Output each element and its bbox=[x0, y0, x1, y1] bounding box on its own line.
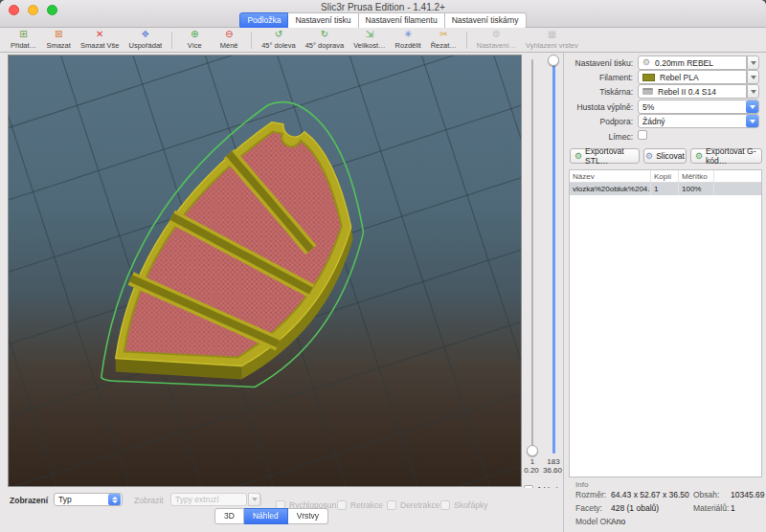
object-name-cell: vlozka%20obluk%204.stl bbox=[570, 183, 651, 195]
toolbar-separator bbox=[171, 32, 172, 49]
volume-value: 10345.69 bbox=[731, 490, 764, 499]
table-row[interactable]: vlozka%20obluk%204.stl 1 100% bbox=[570, 183, 761, 195]
gear-icon: ⚙ bbox=[492, 30, 501, 39]
toolbar-separator bbox=[466, 32, 467, 49]
window-title: Slic3r Prusa Edition - 1.41.2+ bbox=[0, 2, 766, 12]
add-copy-icon: ⊕ bbox=[191, 30, 198, 39]
toolbar-settings-button[interactable]: ⚙ Nastavení… bbox=[477, 30, 516, 50]
printer-select[interactable]: Rebel II 0.4 S14 bbox=[638, 84, 747, 99]
toolbar-delete-all-button[interactable]: ✕ Smazat Vše bbox=[80, 30, 119, 50]
viewport-3d[interactable] bbox=[8, 55, 522, 487]
mode-tab-3d[interactable]: 3D bbox=[214, 508, 244, 524]
tab-filament-settings[interactable]: Nastavení filamentu bbox=[359, 12, 445, 29]
infill-density-label: Hustota výplně: bbox=[564, 102, 633, 112]
extrusion-types-dropdown-button[interactable] bbox=[248, 493, 260, 506]
info-title: Info bbox=[575, 480, 766, 489]
support-select[interactable]: Žádný bbox=[638, 114, 759, 128]
printer-label: Tiskárna: bbox=[564, 87, 633, 97]
export-stl-icon: ⚙ bbox=[574, 152, 582, 161]
remove-copy-icon: ⊖ bbox=[225, 30, 233, 39]
brim-checkbox[interactable] bbox=[638, 130, 647, 140]
tab-printer-settings[interactable]: Nastavení tiskárny bbox=[445, 12, 527, 29]
chevron-down-icon bbox=[750, 105, 755, 109]
objects-table[interactable]: Název Kopií Měřítko vlozka%20obluk%204.s… bbox=[569, 169, 762, 477]
model-ok-value: Ano bbox=[611, 517, 625, 526]
materials-label: Materiálů: bbox=[693, 503, 729, 513]
arrange-icon: ❖ bbox=[141, 30, 149, 39]
printer-icon bbox=[642, 88, 653, 95]
view-type-select[interactable]: Typ bbox=[54, 493, 123, 506]
gear-icon: ⚙ bbox=[642, 58, 650, 67]
chevron-down-icon bbox=[751, 90, 756, 94]
mode-tab-layers[interactable]: Vrstvy bbox=[288, 508, 328, 524]
toolbar-fewer-copies-button[interactable]: ⊖ Méně bbox=[216, 30, 241, 50]
infill-density-select[interactable]: 5% bbox=[638, 100, 759, 114]
export-stl-button[interactable]: ⚙ Exportovat STL… bbox=[570, 148, 640, 164]
view-mode-tabs: 3D Náhled Vrstvy bbox=[214, 508, 328, 524]
slider-high-layer-value: 183 bbox=[542, 457, 565, 466]
facets-label: Facety: bbox=[575, 503, 602, 513]
stepper-icon[interactable] bbox=[108, 494, 121, 505]
tab-print-settings[interactable]: Nastavení tisku bbox=[288, 12, 358, 29]
brim-label: Límec: bbox=[564, 132, 633, 142]
slider-high-height-value: 36.60 bbox=[539, 466, 566, 475]
chevron-down-icon bbox=[252, 498, 258, 501]
cut-icon: ✂ bbox=[439, 30, 447, 39]
print-settings-label: Nastavení tisku: bbox=[564, 58, 633, 68]
infill-dropdown-button[interactable] bbox=[746, 100, 758, 113]
facets-value: 428 (1 obalů) bbox=[611, 503, 659, 513]
filament-dropdown-button[interactable] bbox=[747, 70, 759, 84]
retractions-checkbox[interactable]: Retrakce bbox=[337, 495, 383, 512]
layer-slider-low-thumb[interactable] bbox=[527, 445, 538, 456]
slice-button[interactable]: ⚙ Slicovat bbox=[643, 148, 687, 164]
toolbar-arrange-button[interactable]: ❖ Uspořádat bbox=[129, 30, 163, 50]
support-dropdown-button[interactable] bbox=[746, 115, 758, 127]
filament-label: Filament: bbox=[564, 73, 633, 82]
size-label: Rozměr: bbox=[575, 490, 606, 499]
toolbar-rotate-left-button[interactable]: ↺ 45° doleva bbox=[261, 30, 296, 50]
show-label: Zobrazit bbox=[134, 496, 164, 505]
toolbar-add-button[interactable]: ⊞ Přidat… bbox=[11, 30, 36, 50]
split-icon: ✳ bbox=[404, 30, 412, 39]
materials-value: 1 bbox=[731, 503, 735, 513]
mode-tab-preview[interactable]: Náhled bbox=[244, 508, 288, 524]
add-object-icon: ⊞ bbox=[19, 30, 27, 39]
filament-select[interactable]: Rebel PLA bbox=[638, 70, 747, 84]
slider-low-layer-value: 1 bbox=[523, 457, 542, 466]
column-scale: Měřítko bbox=[679, 170, 714, 182]
toolbar-layer-smoothing-button[interactable]: ▦ Vyhlazení vrstev bbox=[526, 30, 578, 50]
objects-table-header: Název Kopií Měřítko bbox=[570, 170, 761, 183]
rotate-left-icon: ↺ bbox=[275, 30, 282, 39]
layer-slider-high-track[interactable] bbox=[552, 59, 555, 454]
extrusion-types-combo[interactable]: Typy extruzí bbox=[170, 493, 247, 506]
toolbar-split-button[interactable]: ✳ Rozdělit bbox=[395, 30, 421, 50]
toolbar-scale-button[interactable]: ⇲ Velikost… bbox=[353, 30, 385, 50]
slic3r-window: Slic3r Prusa Edition - 1.41.2+ Podložka … bbox=[0, 0, 766, 532]
toolbar-more-copies-button[interactable]: ⊕ Více bbox=[182, 30, 207, 50]
delete-object-icon: ⊠ bbox=[55, 30, 62, 39]
shells-checkbox[interactable]: Skořápky bbox=[440, 495, 487, 512]
object-scale-cell: 100% bbox=[679, 183, 714, 195]
object-copies-cell: 1 bbox=[651, 183, 679, 195]
layer-slider-low-track[interactable] bbox=[531, 59, 533, 454]
toolbar-cut-button[interactable]: ✂ Řezat… bbox=[431, 30, 457, 50]
chevron-down-icon bbox=[750, 120, 755, 123]
unretractions-checkbox[interactable]: Deretrakce bbox=[387, 495, 440, 512]
print-settings-dropdown-button[interactable] bbox=[747, 55, 759, 70]
print-settings-select[interactable]: ⚙ 0.20mm REBEL bbox=[638, 55, 747, 70]
layer-smoothing-icon: ▦ bbox=[548, 30, 556, 39]
main-tabs: Podložka Nastavení tisku Nastavení filam… bbox=[0, 12, 766, 29]
scale-icon: ⇲ bbox=[366, 30, 373, 39]
tab-plater[interactable]: Podložka bbox=[239, 12, 288, 29]
rotate-right-icon: ↻ bbox=[321, 30, 328, 39]
export-gcode-button[interactable]: ⚙ Exportovat G-kód… bbox=[690, 148, 762, 164]
column-copies: Kopií bbox=[651, 170, 679, 182]
view-type-label: Zobrazení bbox=[10, 496, 48, 505]
printer-dropdown-button[interactable] bbox=[747, 84, 759, 99]
toolbar-delete-button[interactable]: ⊠ Smazat bbox=[46, 30, 71, 50]
filament-color-swatch bbox=[642, 74, 655, 81]
support-label: Podpora: bbox=[564, 117, 633, 126]
toolbar-rotate-right-button[interactable]: ↻ 45° doprava bbox=[305, 30, 345, 50]
layer-slider-high-thumb[interactable] bbox=[548, 55, 559, 66]
column-name: Název bbox=[570, 170, 651, 182]
